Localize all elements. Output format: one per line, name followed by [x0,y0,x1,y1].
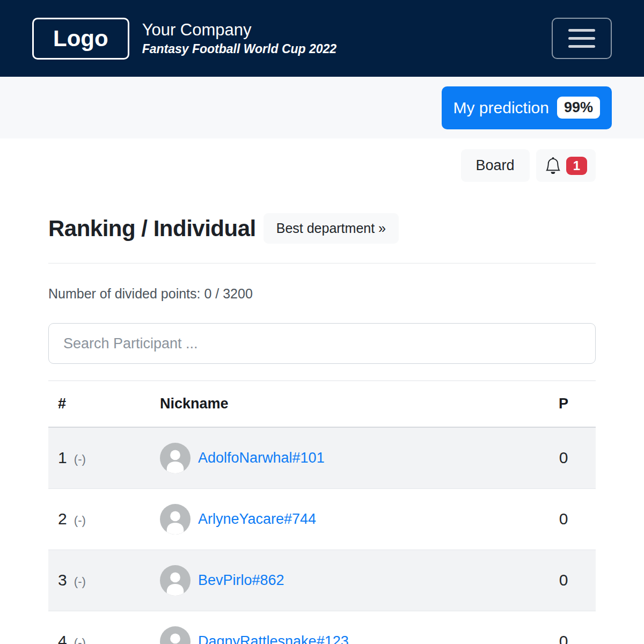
hamburger-menu-button[interactable] [552,18,612,59]
points-value: 0 [531,427,596,488]
main-content: Board 1 Ranking / Individual Best depart… [0,149,644,644]
company-logo: Logo [32,18,129,60]
my-prediction-label: My prediction [453,99,549,117]
rank-trend: (-) [71,636,86,644]
participant-link[interactable]: DagnyRattlesnake#123 [198,633,349,644]
notification-count-badge: 1 [566,157,587,175]
rank-column-header: # [48,381,156,428]
points-column-header: P [531,381,596,428]
participant-link[interactable]: BevPirlo#862 [198,572,284,589]
my-prediction-button[interactable]: My prediction 99% [442,86,612,129]
rank-number: 2 [58,510,67,528]
rank-trend: (-) [71,575,86,588]
nickname-column-header: Nickname [156,381,531,428]
rank-number: 3 [58,571,67,589]
points-value: 0 [531,550,596,611]
points-value: 0 [531,488,596,550]
search-input[interactable] [48,323,596,364]
rank-number: 1 [58,449,67,466]
table-header-row: # Nickname P [48,381,596,428]
table-row: 3 (-) BevPirlo#862 0 [48,550,596,611]
top-navbar: Logo Your Company Fantasy Football World… [0,0,644,77]
app-subtitle: Fantasy Football World Cup 2022 [142,42,337,56]
avatar-icon [160,443,191,473]
prediction-progress-badge: 99% [557,97,600,119]
points-summary: Number of divided points: 0 / 3200 [48,286,596,302]
bell-icon [545,157,561,174]
rank-number: 4 [58,632,67,644]
ranking-table: # Nickname P 1 (-) [48,380,596,644]
rank-trend: (-) [71,514,86,527]
notifications-button[interactable]: 1 [536,149,596,182]
avatar-icon [160,504,191,535]
hamburger-icon [568,29,595,32]
brand-block: Your Company Fantasy Football World Cup … [142,21,337,56]
subheader-strip: My prediction 99% [0,77,644,138]
table-row: 4 (-) DagnyRattlesnake#123 0 [48,611,596,644]
participant-link[interactable]: AdolfoNarwhal#101 [198,450,325,466]
avatar-icon [160,565,191,596]
participant-link[interactable]: ArlyneYacare#744 [198,511,316,528]
points-value: 0 [531,611,596,644]
board-button[interactable]: Board [461,149,530,182]
company-name: Your Company [142,21,337,39]
table-row: 1 (-) AdolfoNarwhal#101 0 [48,427,596,488]
avatar-icon [160,626,191,644]
page-title: Ranking / Individual [48,216,256,241]
table-row: 2 (-) ArlyneYacare#744 0 [48,488,596,550]
toolbar: Board 1 [48,149,596,182]
title-row: Ranking / Individual Best department » [48,213,596,244]
best-department-button[interactable]: Best department » [264,213,399,244]
divider [48,263,596,264]
rank-trend: (-) [71,452,86,466]
